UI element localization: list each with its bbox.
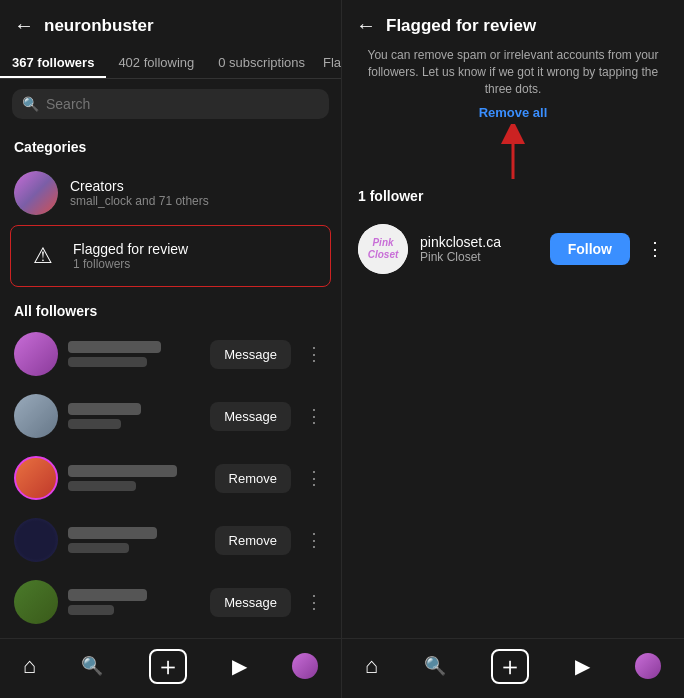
- red-arrow-svg: [493, 124, 533, 184]
- profile-avatar-right[interactable]: [635, 653, 661, 679]
- search-nav-icon[interactable]: 🔍: [81, 655, 103, 677]
- creators-avatar: [14, 171, 58, 215]
- add-icon[interactable]: ＋: [149, 649, 187, 684]
- pinkcloset-info: pinkcloset.ca Pink Closet: [420, 234, 538, 264]
- right-follower-count: 1 follower: [342, 184, 684, 214]
- follower-info: [68, 403, 200, 429]
- more-icon-right[interactable]: ⋮: [642, 234, 668, 264]
- creators-name: Creators: [70, 178, 327, 194]
- list-item: Message ⋮: [0, 571, 341, 633]
- right-description: You can remove spam or irrelevant accoun…: [342, 47, 684, 99]
- follower-list: Message ⋮ Message ⋮ Remove ⋮: [0, 323, 341, 638]
- creators-info: Creators small_clock and 71 others: [70, 178, 327, 208]
- follower-info: [68, 527, 205, 553]
- avatar: [14, 518, 58, 562]
- follower-name-blur: [68, 527, 157, 539]
- arrow-container: [342, 124, 684, 184]
- home-icon-right[interactable]: ⌂: [365, 653, 378, 679]
- tabs-row: 367 followers 402 following 0 subscripti…: [0, 47, 341, 79]
- pinkcloset-avatar-inner: PinkCloset: [358, 224, 408, 274]
- right-header: ← Flagged for review: [342, 0, 684, 47]
- left-bottom-nav: ⌂ 🔍 ＋ ▶: [0, 638, 341, 698]
- follower-name-blur: [68, 589, 147, 601]
- follower-sub-blur: [68, 481, 136, 491]
- flagged-info: Flagged for review 1 followers: [73, 241, 316, 271]
- follower-sub-blur: [68, 605, 114, 615]
- search-icon: 🔍: [22, 96, 39, 112]
- follower-sub-blur: [68, 543, 129, 553]
- avatar: [14, 580, 58, 624]
- search-nav-icon-right[interactable]: 🔍: [424, 655, 446, 677]
- warning-icon: ⚠: [25, 238, 61, 274]
- message-button[interactable]: Message: [210, 340, 291, 369]
- follower-sub-blur: [68, 357, 147, 367]
- flagged-category[interactable]: ⚠ Flagged for review 1 followers: [10, 225, 331, 287]
- pinkcloset-name: pinkcloset.ca: [420, 234, 538, 250]
- categories-label: Categories: [0, 129, 341, 161]
- creators-category[interactable]: Creators small_clock and 71 others: [0, 161, 341, 225]
- pinkcloset-avatar: PinkCloset: [358, 224, 408, 274]
- message-button[interactable]: Message: [210, 588, 291, 617]
- avatar: [14, 456, 58, 500]
- back-icon-left[interactable]: ←: [14, 14, 34, 37]
- follower-name-blur: [68, 465, 177, 477]
- remove-all-link[interactable]: Remove all: [342, 99, 684, 124]
- search-bar[interactable]: 🔍: [12, 89, 329, 119]
- left-panel: ← neuronbuster 367 followers 402 followi…: [0, 0, 342, 698]
- flagged-sub: 1 followers: [73, 257, 316, 271]
- follower-info: [68, 465, 205, 491]
- more-icon[interactable]: ⋮: [301, 463, 327, 493]
- tab-following[interactable]: 402 following: [106, 47, 206, 78]
- list-item: Remove ⋮: [0, 447, 341, 509]
- list-item: Message ⋮: [0, 385, 341, 447]
- left-title: neuronbuster: [44, 16, 154, 36]
- more-icon[interactable]: ⋮: [301, 525, 327, 555]
- message-button[interactable]: Message: [210, 402, 291, 431]
- avatar: [14, 332, 58, 376]
- list-item: Remove ⋮: [0, 509, 341, 571]
- add-icon-right[interactable]: ＋: [491, 649, 529, 684]
- reels-icon[interactable]: ▶: [232, 654, 247, 678]
- follower-name-blur: [68, 403, 141, 415]
- back-icon-right[interactable]: ←: [356, 14, 376, 37]
- follow-button[interactable]: Follow: [550, 233, 630, 265]
- search-input[interactable]: [46, 96, 319, 112]
- tab-followers[interactable]: 367 followers: [0, 47, 106, 78]
- right-title: Flagged for review: [386, 16, 536, 36]
- remove-button[interactable]: Remove: [215, 526, 291, 555]
- remove-button[interactable]: Remove: [215, 464, 291, 493]
- more-icon[interactable]: ⋮: [301, 587, 327, 617]
- tab-subscriptions[interactable]: 0 subscriptions: [206, 47, 317, 78]
- more-icon[interactable]: ⋮: [301, 339, 327, 369]
- profile-avatar[interactable]: [292, 653, 318, 679]
- right-spacer: [342, 284, 684, 637]
- follower-sub-blur: [68, 419, 121, 429]
- all-followers-label: All followers: [0, 295, 341, 323]
- list-item: Message ⋮: [0, 323, 341, 385]
- right-bottom-nav: ⌂ 🔍 ＋ ▶: [342, 638, 684, 698]
- follower-info: [68, 589, 200, 615]
- pinkcloset-sub: Pink Closet: [420, 250, 538, 264]
- left-header: ← neuronbuster: [0, 0, 341, 47]
- more-icon[interactable]: ⋮: [301, 401, 327, 431]
- home-icon[interactable]: ⌂: [23, 653, 36, 679]
- right-panel: ← Flagged for review You can remove spam…: [342, 0, 684, 698]
- follower-name-blur: [68, 341, 161, 353]
- reels-icon-right[interactable]: ▶: [575, 654, 590, 678]
- flagged-follower-item: PinkCloset pinkcloset.ca Pink Closet Fol…: [342, 214, 684, 284]
- follower-info: [68, 341, 200, 367]
- flagged-name: Flagged for review: [73, 241, 316, 257]
- avatar: [14, 394, 58, 438]
- creators-sub: small_clock and 71 others: [70, 194, 327, 208]
